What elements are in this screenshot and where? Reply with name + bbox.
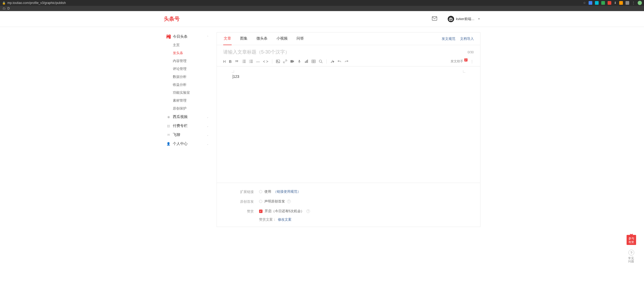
sidebar-section-feiliao[interactable]: ✉ 飞聊 ⌄ bbox=[164, 130, 211, 139]
bold-button[interactable]: B bbox=[229, 59, 232, 64]
chevron-down-icon: ⌄ bbox=[207, 143, 209, 145]
extension-icon[interactable] bbox=[608, 1, 611, 5]
publish-settings: 扩展链接 使用 （链接使用规范） 原创首发 声明原创首发 ? bbox=[217, 183, 480, 222]
sidebar: 头条 今日头条 ⌃ 主页发头条内容管理评论管理数据分析收益分析功能实验室素材管理… bbox=[164, 27, 211, 238]
sidebar-section-profile[interactable]: 👤 个人中心 ⌄ bbox=[164, 139, 211, 148]
sidebar-section-xigua[interactable]: ◉ 西瓜视频 ⌄ bbox=[164, 112, 211, 121]
article-editor[interactable]: 123 bbox=[233, 74, 464, 175]
tab[interactable]: 小视频 bbox=[276, 32, 288, 45]
link-button[interactable] bbox=[283, 59, 287, 63]
article-title-input[interactable] bbox=[223, 49, 465, 55]
extension-icon[interactable] bbox=[619, 1, 623, 5]
svg-rect-0 bbox=[432, 17, 437, 20]
svg-rect-6 bbox=[243, 62, 245, 63]
sidebar-item[interactable]: 内容管理 bbox=[173, 57, 211, 65]
tab-link[interactable]: 发文规范 bbox=[442, 36, 455, 41]
folder-icon[interactable]: 🗀 bbox=[3, 7, 6, 10]
column-icon: ▤ bbox=[166, 124, 171, 128]
brand-logo[interactable]: 头条号 bbox=[164, 15, 180, 22]
tab[interactable]: 图集 bbox=[240, 32, 248, 45]
url-text: mp.toutiao.com/profile_v3/graphic/publis… bbox=[7, 1, 583, 5]
sidebar-item[interactable]: 原创保护 bbox=[173, 105, 211, 112]
extension-icon[interactable] bbox=[601, 1, 605, 5]
video-icon: ◉ bbox=[166, 115, 171, 119]
svg-rect-4 bbox=[243, 61, 245, 62]
title-char-counter: 0/30 bbox=[468, 50, 474, 54]
svg-rect-2 bbox=[243, 60, 245, 60]
sidebar-section-toutiao[interactable]: 头条 今日头条 ⌃ bbox=[164, 32, 211, 41]
browser-profile-avatar[interactable] bbox=[638, 1, 642, 5]
link-usage-guide[interactable]: （链接使用规范） bbox=[273, 189, 301, 194]
user-icon: 👤 bbox=[166, 142, 171, 146]
svg-rect-8 bbox=[250, 60, 252, 60]
hr-button[interactable]: — bbox=[256, 59, 260, 64]
setting-label-extlink: 扩展链接 bbox=[233, 189, 254, 194]
sidebar-item[interactable]: 发头条 bbox=[173, 49, 211, 57]
help-icon[interactable]: ? bbox=[287, 200, 291, 203]
tab[interactable]: 文章 bbox=[223, 32, 232, 45]
svg-point-21 bbox=[319, 60, 322, 62]
bookmark-bar: 🗀 D bbox=[0, 6, 644, 11]
svg-rect-16 bbox=[299, 60, 300, 62]
audio-button[interactable] bbox=[297, 59, 301, 63]
vote-button[interactable] bbox=[304, 59, 308, 63]
user-avatar: 🐼 bbox=[448, 16, 454, 22]
bookmark-folder[interactable]: D bbox=[7, 7, 10, 10]
ol-button[interactable]: 123 bbox=[249, 59, 253, 63]
extension-icon[interactable] bbox=[595, 1, 599, 5]
undo-button[interactable] bbox=[337, 59, 341, 63]
toolbar-more-icon[interactable]: ⋮ bbox=[470, 59, 474, 64]
checkbox-enable-reward[interactable]: ✓ bbox=[259, 210, 263, 213]
svg-rect-18 bbox=[306, 60, 307, 63]
table-button[interactable] bbox=[312, 59, 316, 63]
tab[interactable]: 微头条 bbox=[256, 32, 268, 45]
image-button[interactable] bbox=[276, 59, 280, 63]
sidebar-item[interactable]: 评论管理 bbox=[173, 65, 211, 73]
browser-extensions: ☆ ⬇ ⋮ bbox=[583, 1, 642, 5]
ul-button[interactable] bbox=[242, 59, 246, 63]
writing-assistant[interactable]: 发文助手 2 bbox=[451, 59, 468, 64]
video-button[interactable] bbox=[290, 59, 294, 63]
promo-widget[interactable]: 🎀 参与有奖 bbox=[627, 235, 636, 238]
sidebar-item[interactable]: 素材管理 bbox=[173, 97, 211, 105]
svg-point-1 bbox=[242, 60, 243, 60]
gift-icon: 🎀 bbox=[630, 233, 633, 237]
sidebar-item[interactable]: 主页 bbox=[173, 41, 211, 49]
sidebar-section-paid[interactable]: ▤ 付费专栏 ⌄ bbox=[164, 121, 211, 130]
mail-icon[interactable] bbox=[432, 16, 437, 21]
svg-rect-10 bbox=[250, 61, 252, 62]
redo-button[interactable] bbox=[345, 59, 349, 63]
download-icon[interactable]: ⬇ bbox=[614, 1, 617, 5]
chevron-down-icon: ⌄ bbox=[207, 134, 209, 136]
assistant-badge: 2 bbox=[464, 58, 468, 61]
svg-rect-17 bbox=[305, 61, 306, 63]
sidebar-item[interactable]: 功能实验室 bbox=[173, 89, 211, 97]
extension-icon[interactable] bbox=[626, 1, 629, 5]
editor-toolbar: H B 123 — < > bbox=[217, 58, 480, 67]
code-button[interactable]: < > bbox=[263, 59, 268, 64]
svg-point-5 bbox=[242, 62, 243, 63]
sidebar-item[interactable]: 收益分析 bbox=[173, 81, 211, 89]
tab-link[interactable]: 文档导入 bbox=[460, 36, 474, 41]
menu-icon[interactable]: ⋮ bbox=[632, 1, 635, 5]
clear-format-button[interactable] bbox=[330, 59, 334, 63]
extension-icon[interactable] bbox=[589, 1, 592, 5]
help-icon[interactable]: ? bbox=[306, 209, 310, 213]
chevron-down-icon: ⌄ bbox=[207, 116, 209, 119]
blockquote-button[interactable] bbox=[235, 59, 239, 63]
edit-reward-text-link[interactable]: 修改文案 bbox=[278, 217, 292, 222]
search-doc-button[interactable] bbox=[319, 59, 323, 63]
user-name: kvker前端… bbox=[456, 17, 475, 21]
star-icon[interactable]: ☆ bbox=[583, 1, 586, 5]
radio-declare-original[interactable] bbox=[259, 200, 262, 203]
setting-label-reward: 赞赏 bbox=[233, 209, 254, 214]
user-menu[interactable]: 🐼 kvker前端… ▼ bbox=[448, 16, 480, 22]
corner-mark bbox=[463, 70, 465, 73]
sidebar-item[interactable]: 数据分析 bbox=[173, 73, 211, 81]
float-widgets: 🎀 参与有奖 ? 常见问题 bbox=[627, 235, 636, 238]
radio-use-link[interactable] bbox=[259, 190, 262, 193]
svg-text:3: 3 bbox=[249, 62, 250, 63]
setting-label-original: 原创首发 bbox=[233, 199, 254, 204]
heading-button[interactable]: H bbox=[223, 59, 226, 64]
tab[interactable]: 问答 bbox=[296, 32, 304, 45]
